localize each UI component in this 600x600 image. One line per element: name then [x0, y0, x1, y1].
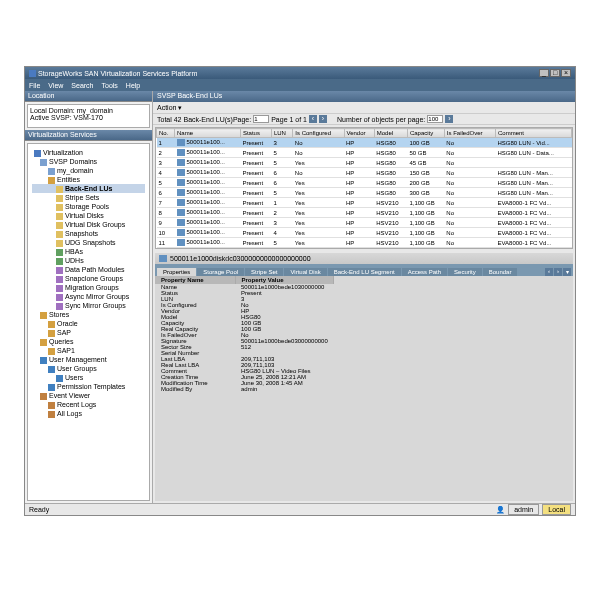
property-row: Modified Byadmin: [155, 386, 334, 392]
tree-entities[interactable]: Entities: [32, 175, 145, 184]
tree-stores[interactable]: Stores: [32, 310, 145, 319]
table-row[interactable]: 1500011e100...Present3NoHPHSG80100 GBNoH…: [157, 138, 572, 148]
menu-help[interactable]: Help: [126, 82, 140, 89]
tree-udhs[interactable]: UDHs: [32, 256, 145, 265]
menu-search[interactable]: Search: [71, 82, 93, 89]
table-row[interactable]: 8500011e100...Present2YesHPHSV2101,100 G…: [157, 208, 572, 218]
left-column: Location Local Domain: my_domain Active …: [25, 91, 153, 503]
tree-snapclone-groups[interactable]: Snapclone Groups: [32, 274, 145, 283]
perpage-go-button[interactable]: ›: [445, 115, 453, 123]
tree-storage-pools[interactable]: Storage Pools: [32, 202, 145, 211]
minimize-button[interactable]: _: [539, 69, 549, 77]
page-input[interactable]: [253, 115, 269, 123]
status-user: admin: [508, 504, 539, 515]
tree-my-domain[interactable]: my_domain: [32, 166, 145, 175]
tree-icon: [56, 276, 63, 283]
col-header[interactable]: Model: [374, 129, 407, 138]
titlebar: StorageWorks SAN Virtualization Services…: [25, 67, 575, 79]
tree-icon: [48, 384, 55, 391]
table-row[interactable]: 4500011e100...Present6NoHPHSG80150 GBNoH…: [157, 168, 572, 178]
tab-back-end-lu-segment[interactable]: Back-End LU Segment: [328, 268, 401, 276]
page-of: Page 1 of 1: [271, 116, 307, 123]
table-row[interactable]: 6500011e100...Present5YesHPHSG80300 GBNo…: [157, 188, 572, 198]
tree-sync-mirror-groups[interactable]: Sync Mirror Groups: [32, 301, 145, 310]
col-header[interactable]: Vendor: [344, 129, 374, 138]
tree-oracle[interactable]: Oracle: [32, 319, 145, 328]
tree-event-viewer[interactable]: Event Viewer: [32, 391, 145, 400]
tab-security[interactable]: Security: [448, 268, 482, 276]
tree-sap[interactable]: SAP: [32, 328, 145, 337]
tree-back-end-lus[interactable]: Back-End LUs: [32, 184, 145, 193]
col-header[interactable]: No.: [157, 129, 175, 138]
properties-panel: Property NameProperty ValueName500011e10…: [155, 276, 573, 501]
tree-snapshots[interactable]: Snapshots: [32, 229, 145, 238]
table-row[interactable]: 3500011e100...Present5YesHPHSG8045 GBNo: [157, 158, 572, 168]
disk-icon: [177, 179, 185, 186]
col-header[interactable]: Comment: [495, 129, 571, 138]
tree-stripe-sets[interactable]: Stripe Sets: [32, 193, 145, 202]
tree-sap1[interactable]: SAP1: [32, 346, 145, 355]
menu-file[interactable]: File: [29, 82, 40, 89]
tree-virtual-disk-groups[interactable]: Virtual Disk Groups: [32, 220, 145, 229]
col-header[interactable]: Is FailedOver: [444, 129, 495, 138]
tree-users[interactable]: Users: [32, 373, 145, 382]
tree-async-mirror-groups[interactable]: Async Mirror Groups: [32, 292, 145, 301]
tree-icon: [48, 366, 55, 373]
user-icon: 👤: [496, 506, 505, 514]
col-header[interactable]: LUN: [271, 129, 292, 138]
tab-stripe-set[interactable]: Stripe Set: [245, 268, 283, 276]
tree-user-groups[interactable]: User Groups: [32, 364, 145, 373]
tree-permission-templates[interactable]: Permission Templates: [32, 382, 145, 391]
tab-boundar[interactable]: Boundar: [483, 268, 518, 276]
location-panel: Local Domain: my_domain Active SVSP: VSM…: [27, 104, 150, 128]
tree-icon: [56, 195, 63, 202]
table-row[interactable]: 5500011e100...Present6YesHPHSG80200 GBNo…: [157, 178, 572, 188]
tree-svsp-domains[interactable]: SVSP Domains: [32, 157, 145, 166]
col-header[interactable]: Is Configured: [293, 129, 344, 138]
tree-hbas[interactable]: HBAs: [32, 247, 145, 256]
table-row[interactable]: 11500011e100...Present5YesHPHSV2101,100 …: [157, 238, 572, 248]
tab-virtual-disk[interactable]: Virtual Disk: [284, 268, 326, 276]
status-ready: Ready: [29, 506, 49, 513]
total-count: Total 42 Back-End LU(s): [157, 116, 233, 123]
col-header[interactable]: Status: [240, 129, 271, 138]
menu-tools[interactable]: Tools: [102, 82, 118, 89]
tab-scroll-button[interactable]: ▾: [563, 268, 571, 276]
col-header[interactable]: Name: [175, 129, 241, 138]
table-row[interactable]: 9500011e100...Present3YesHPHSV2101,100 G…: [157, 218, 572, 228]
tab-properties[interactable]: Properties: [157, 268, 196, 276]
disk-icon: [177, 169, 185, 176]
tree-icon: [56, 231, 63, 238]
tab-scroll-button[interactable]: ‹: [545, 268, 553, 276]
statusbar: Ready 👤 admin Local: [25, 503, 575, 515]
table-row[interactable]: 2500011e100...Present5NoHPHSG8050 GBNoHS…: [157, 148, 572, 158]
menu-view[interactable]: View: [48, 82, 63, 89]
col-header[interactable]: Capacity: [407, 129, 444, 138]
tree-queries[interactable]: Queries: [32, 337, 145, 346]
tab-storage-pool[interactable]: Storage Pool: [197, 268, 244, 276]
tab-access-path[interactable]: Access Path: [402, 268, 447, 276]
tree-data-path-modules[interactable]: Data Path Modules: [32, 265, 145, 274]
table-row[interactable]: 7500011e100...Present1YesHPHSV2101,100 G…: [157, 198, 572, 208]
content-header: SVSP Back-End LUs: [153, 91, 575, 102]
page-prev-button[interactable]: ‹: [309, 115, 317, 123]
tree-all-logs[interactable]: All Logs: [32, 409, 145, 418]
maximize-button[interactable]: □: [550, 69, 560, 77]
page-next-button[interactable]: ›: [319, 115, 327, 123]
tree-udg-snapshots[interactable]: UDG Snapshots: [32, 238, 145, 247]
tree-icon: [56, 222, 63, 229]
location-header: Location: [25, 91, 152, 102]
table-row[interactable]: 10500011e100...Present4YesHPHSV2101,100 …: [157, 228, 572, 238]
page-label: Page:: [233, 116, 251, 123]
disk-icon: [177, 199, 185, 206]
tree-virtual-disks[interactable]: Virtual Disks: [32, 211, 145, 220]
tree-recent-logs[interactable]: Recent Logs: [32, 400, 145, 409]
tab-scroll-button[interactable]: ›: [554, 268, 562, 276]
tree-icon: [56, 258, 63, 265]
tree-user-management[interactable]: User Management: [32, 355, 145, 364]
tree-migration-groups[interactable]: Migration Groups: [32, 283, 145, 292]
tree-virtualization[interactable]: Virtualization: [32, 148, 145, 157]
action-menu[interactable]: Action ▾: [157, 104, 182, 112]
close-button[interactable]: ×: [561, 69, 571, 77]
perpage-input[interactable]: [427, 115, 443, 123]
